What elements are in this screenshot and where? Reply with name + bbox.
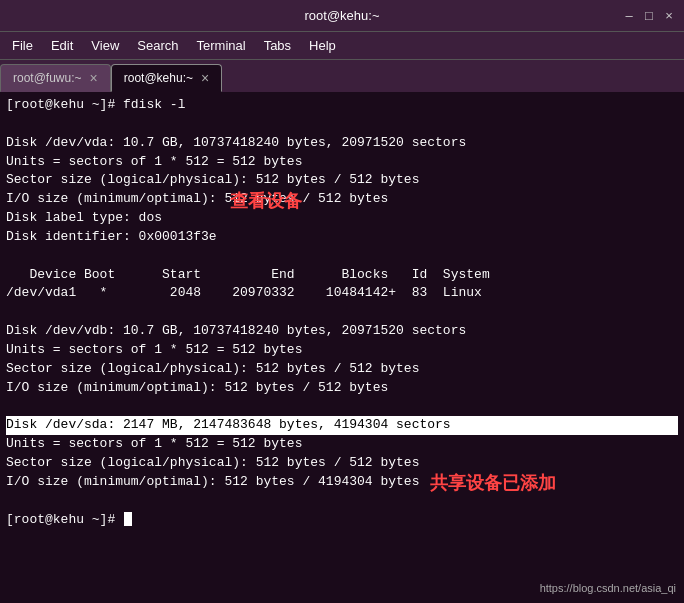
line-sda-2: Units = sectors of 1 * 512 = 512 bytes bbox=[6, 435, 678, 454]
tab-kehu-close[interactable]: × bbox=[201, 71, 209, 85]
menu-item-tabs[interactable]: Tabs bbox=[256, 36, 299, 55]
line-vda-6: Disk identifier: 0x00013f3e bbox=[6, 228, 678, 247]
menu-item-edit[interactable]: Edit bbox=[43, 36, 81, 55]
menu-item-view[interactable]: View bbox=[83, 36, 127, 55]
line-blank-3 bbox=[6, 303, 678, 322]
tab-kehu-label: root@kehu:~ bbox=[124, 71, 193, 85]
line-header: Device Boot Start End Blocks Id System bbox=[6, 266, 678, 285]
tab-fuwu-close[interactable]: × bbox=[90, 71, 98, 85]
menu-item-search[interactable]: Search bbox=[129, 36, 186, 55]
line-prompt: [root@kehu ~]# bbox=[6, 511, 678, 530]
line-vda-5: Disk label type: dos bbox=[6, 209, 678, 228]
line-vdb-2: Units = sectors of 1 * 512 = 512 bytes bbox=[6, 341, 678, 360]
window-controls: – □ × bbox=[622, 9, 676, 23]
maximize-button[interactable]: □ bbox=[642, 9, 656, 23]
terminal-window: root@kehu:~ – □ × FileEditViewSearchTerm… bbox=[0, 0, 684, 603]
line-vda-1: Disk /dev/vda: 10.7 GB, 10737418240 byte… bbox=[6, 134, 678, 153]
line-blank-2 bbox=[6, 247, 678, 266]
cursor bbox=[124, 512, 132, 526]
line-vdb-1: Disk /dev/vdb: 10.7 GB, 10737418240 byte… bbox=[6, 322, 678, 341]
watermark: https://blog.csdn.net/asia_qi bbox=[540, 581, 676, 597]
tab-fuwu-label: root@fuwu:~ bbox=[13, 71, 82, 85]
line-sda-3: Sector size (logical/physical): 512 byte… bbox=[6, 454, 678, 473]
menu-bar: FileEditViewSearchTerminalTabsHelp bbox=[0, 32, 684, 60]
line-vda-2: Units = sectors of 1 * 512 = 512 bytes bbox=[6, 153, 678, 172]
tab-fuwu[interactable]: root@fuwu:~ × bbox=[0, 64, 111, 92]
line-blank-5 bbox=[6, 492, 678, 511]
tab-kehu[interactable]: root@kehu:~ × bbox=[111, 64, 222, 92]
menu-item-file[interactable]: File bbox=[4, 36, 41, 55]
menu-item-terminal[interactable]: Terminal bbox=[189, 36, 254, 55]
line-vdb-3: Sector size (logical/physical): 512 byte… bbox=[6, 360, 678, 379]
line-blank-4 bbox=[6, 398, 678, 417]
line-blank-1 bbox=[6, 115, 678, 134]
window-title: root@kehu:~ bbox=[305, 8, 380, 23]
line-vda-4: I/O size (minimum/optimal): 512 bytes / … bbox=[6, 190, 678, 209]
line-1: [root@kehu ~]# fdisk -l bbox=[6, 96, 678, 115]
line-vdb-4: I/O size (minimum/optimal): 512 bytes / … bbox=[6, 379, 678, 398]
close-button[interactable]: × bbox=[662, 9, 676, 23]
menu-item-help[interactable]: Help bbox=[301, 36, 344, 55]
line-sda-1: Disk /dev/sda: 2147 MB, 2147483648 bytes… bbox=[6, 416, 678, 435]
line-sda-4: I/O size (minimum/optimal): 512 bytes / … bbox=[6, 473, 678, 492]
title-bar: root@kehu:~ – □ × bbox=[0, 0, 684, 32]
terminal-content[interactable]: [root@kehu ~]# fdisk -l Disk /dev/vda: 1… bbox=[0, 92, 684, 603]
tabs-bar: root@fuwu:~ × root@kehu:~ × bbox=[0, 60, 684, 92]
line-vda-3: Sector size (logical/physical): 512 byte… bbox=[6, 171, 678, 190]
line-vda1: /dev/vda1 * 2048 20970332 10484142+ 83 L… bbox=[6, 284, 678, 303]
minimize-button[interactable]: – bbox=[622, 9, 636, 23]
